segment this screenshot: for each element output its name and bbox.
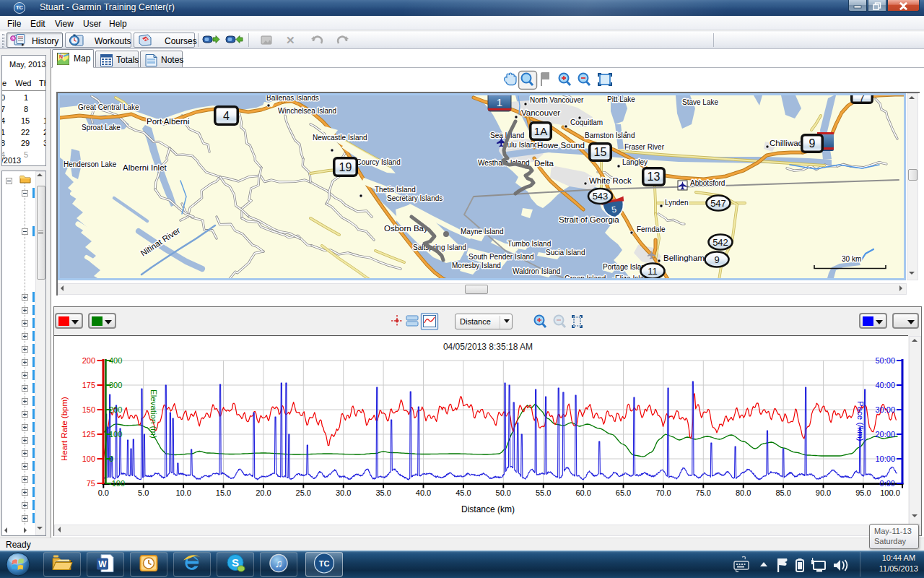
svg-text:150: 150 <box>82 405 95 414</box>
svg-text:10.0: 10.0 <box>175 488 191 497</box>
svg-text:70.0: 70.0 <box>655 488 671 497</box>
svg-text:100.0: 100.0 <box>880 488 900 497</box>
svg-text:Howe Sound: Howe Sound <box>537 141 585 150</box>
svg-text:85.0: 85.0 <box>775 488 790 497</box>
svg-text:Pace (/km): Pace (/km) <box>856 401 865 441</box>
svg-text:Tumbo Island: Tumbo Island <box>507 240 551 248</box>
svg-text:South Pender Island: South Pender Island <box>468 253 534 261</box>
svg-text:80.0: 80.0 <box>736 488 751 497</box>
svg-text:Port Alberni: Port Alberni <box>147 117 189 126</box>
svg-text:15: 15 <box>594 146 607 158</box>
svg-text:300: 300 <box>109 381 122 389</box>
svg-text:North Vancouver: North Vancouver <box>530 96 584 104</box>
svg-text:9: 9 <box>714 254 719 265</box>
svg-text:55.0: 55.0 <box>536 488 551 497</box>
svg-text:15.0: 15.0 <box>216 488 231 497</box>
svg-text:White Rock: White Rock <box>589 176 632 185</box>
svg-text:Delta: Delta <box>534 159 554 168</box>
svg-text:13: 13 <box>648 171 661 183</box>
svg-text:9: 9 <box>809 137 816 150</box>
svg-text:Fraser River: Fraser River <box>624 143 665 151</box>
svg-text:20:00: 20:00 <box>875 430 895 439</box>
svg-text:547: 547 <box>710 198 726 209</box>
svg-text:Ferndale: Ferndale <box>637 225 666 233</box>
svg-text:Lulu Island: Lulu Island <box>503 141 538 149</box>
svg-text:0.0: 0.0 <box>98 488 109 497</box>
svg-text:200: 200 <box>109 405 122 414</box>
svg-text:25.0: 25.0 <box>296 488 311 497</box>
svg-text:20.0: 20.0 <box>256 488 271 497</box>
svg-text:75.0: 75.0 <box>696 488 711 497</box>
svg-text:5.0: 5.0 <box>138 488 149 497</box>
svg-text:Stave Lake: Stave Lake <box>682 98 718 106</box>
svg-text:Saltspring Island: Saltspring Island <box>413 243 466 251</box>
svg-text:400: 400 <box>109 356 122 365</box>
svg-text:Alberni Inlet: Alberni Inlet <box>123 163 167 172</box>
svg-text:W: W <box>98 559 107 569</box>
svg-text:1: 1 <box>497 96 502 108</box>
svg-text:Vancouver: Vancouver <box>521 108 560 117</box>
svg-text:Ballenas Islands: Ballenas Islands <box>266 95 319 102</box>
svg-text:TC: TC <box>319 559 330 568</box>
svg-text:Thetis Island: Thetis Island <box>375 186 416 194</box>
svg-text:50.0: 50.0 <box>496 488 511 497</box>
svg-text:95.0: 95.0 <box>855 488 871 497</box>
svg-text:4: 4 <box>223 110 230 122</box>
svg-text:100: 100 <box>109 430 122 439</box>
svg-text:7: 7 <box>859 95 865 104</box>
svg-text:Henderson Lake: Henderson Lake <box>64 160 117 168</box>
svg-text:Abbotsford: Abbotsford <box>690 179 725 187</box>
svg-text:Mayne Island: Mayne Island <box>461 228 503 236</box>
svg-text:40:00: 40:00 <box>875 381 895 389</box>
svg-text:60.0: 60.0 <box>575 488 590 497</box>
svg-text:542: 542 <box>712 237 728 248</box>
svg-text:50:00: 50:00 <box>875 356 895 365</box>
svg-text:Green Island: Green Island <box>565 275 606 278</box>
svg-text:Lynden: Lynden <box>665 199 688 207</box>
svg-text:-100: -100 <box>109 479 125 488</box>
svg-text:11: 11 <box>648 266 658 277</box>
svg-text:Sucia Island: Sucia Island <box>546 249 585 256</box>
svg-text:30.0: 30.0 <box>336 488 351 497</box>
svg-text:45.0: 45.0 <box>456 488 471 497</box>
svg-text:543: 543 <box>593 191 609 202</box>
svg-text:35.0: 35.0 <box>375 488 391 497</box>
svg-text:40.0: 40.0 <box>416 488 431 497</box>
svg-text:Strait of Georgia: Strait of Georgia <box>559 215 619 224</box>
svg-text:Sproat Lake: Sproat Lake <box>82 124 121 131</box>
svg-text:04/05/2013 8:35:18 AM: 04/05/2013 8:35:18 AM <box>443 342 533 352</box>
svg-text:100: 100 <box>82 454 95 463</box>
svg-text:Secretary Islands: Secretary Islands <box>387 194 443 202</box>
svg-text:0:00: 0:00 <box>880 479 895 488</box>
svg-text:125: 125 <box>82 430 95 439</box>
svg-text:0: 0 <box>109 454 113 463</box>
svg-text:30 km: 30 km <box>842 255 861 263</box>
svg-text:90.0: 90.0 <box>816 488 831 497</box>
svg-text:19: 19 <box>339 161 352 173</box>
svg-text:Coquitlam: Coquitlam <box>570 118 603 126</box>
svg-text:1A: 1A <box>534 125 547 137</box>
svg-text:N: N <box>59 54 63 59</box>
svg-text:Moresby Island: Moresby Island <box>452 262 501 269</box>
svg-text:75: 75 <box>87 479 95 488</box>
svg-text:30:00: 30:00 <box>875 405 895 414</box>
svg-text:Heart Rate (bpm): Heart Rate (bpm) <box>60 397 69 461</box>
svg-text:Waldron Island: Waldron Island <box>513 267 560 275</box>
svg-text:175: 175 <box>82 381 95 389</box>
svg-text:Winchelsea Island: Winchelsea Island <box>278 107 336 115</box>
svg-text:65.0: 65.0 <box>616 488 631 497</box>
svg-text:Pitt Lake: Pitt Lake <box>607 95 635 103</box>
svg-text:Great Central Lake: Great Central Lake <box>78 103 139 111</box>
svg-text:200: 200 <box>82 356 95 365</box>
svg-text:Bellingham: Bellingham <box>663 254 705 262</box>
svg-text:Newcastle Island: Newcastle Island <box>313 134 367 142</box>
svg-text:♫: ♫ <box>274 557 282 569</box>
svg-text:Langley: Langley <box>622 158 648 166</box>
svg-text:Elevation (m): Elevation (m) <box>149 389 158 439</box>
svg-text:Distance (km): Distance (km) <box>461 504 515 514</box>
svg-text:10:00: 10:00 <box>875 454 895 463</box>
svg-text:Barnston Island: Barnston Island <box>585 131 635 139</box>
